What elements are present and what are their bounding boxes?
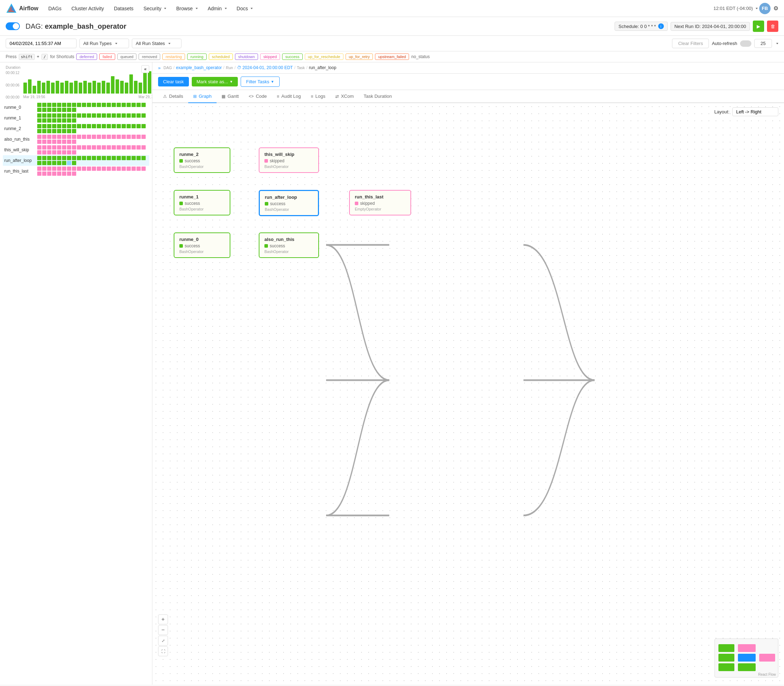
task-square-run_after_loop-9[interactable]: [82, 156, 86, 160]
task-square-runme_0-3[interactable]: [52, 103, 56, 107]
task-square-runme_2-8[interactable]: [77, 124, 81, 128]
chart-bar-6[interactable]: [51, 83, 55, 94]
task-square-this_will_skip-3[interactable]: [52, 145, 56, 150]
task-square-runme_2-14[interactable]: [107, 124, 111, 128]
task-square-run_after_loop-10[interactable]: [87, 156, 91, 160]
task-square-run_after_loop-3[interactable]: [52, 156, 56, 160]
task-square-runme_0-13[interactable]: [102, 103, 106, 107]
task-square-run_this_last-2[interactable]: [47, 167, 51, 171]
dag-node-runme-2[interactable]: runme_2 success BashOperator: [174, 147, 230, 173]
task-square-this_will_skip-28[interactable]: [67, 150, 71, 155]
task-square-run_this_last-20[interactable]: [136, 167, 141, 171]
task-square-this_will_skip-2[interactable]: [47, 145, 51, 150]
task-square-run_after_loop-11[interactable]: [92, 156, 96, 160]
nav-time[interactable]: 12:01 EDT (-04:00): [714, 6, 758, 11]
chart-bar-14[interactable]: [88, 83, 91, 94]
task-square-runme_2-23[interactable]: [42, 129, 46, 133]
task-square-run_this_last-25[interactable]: [52, 172, 56, 176]
task-square-runme_0-18[interactable]: [127, 103, 131, 107]
clear-filters-button[interactable]: Clear Filters: [672, 39, 709, 48]
chart-bar-18[interactable]: [106, 83, 110, 94]
task-square-also_run_this-5[interactable]: [62, 135, 66, 139]
run-types-select[interactable]: All Run Types: [79, 39, 129, 48]
chart-bar-16[interactable]: [97, 83, 101, 94]
tab-details[interactable]: ⚠ Details: [158, 90, 188, 103]
task-square-runme_0-24[interactable]: [47, 108, 51, 112]
task-square-run_this_last-3[interactable]: [52, 167, 56, 171]
task-square-run_after_loop-22[interactable]: [37, 161, 41, 165]
task-square-runme_2-5[interactable]: [62, 124, 66, 128]
task-square-run_this_last-12[interactable]: [97, 167, 101, 171]
task-square-runme_0-28[interactable]: [67, 108, 71, 112]
task-square-also_run_this-28[interactable]: [67, 140, 71, 144]
task-square-run_after_loop-13[interactable]: [102, 156, 106, 160]
task-square-runme_1-12[interactable]: [97, 113, 101, 118]
task-square-also_run_this-11[interactable]: [92, 135, 96, 139]
task-square-run_this_last-7[interactable]: [72, 167, 76, 171]
task-square-run_after_loop-20[interactable]: [136, 156, 141, 160]
task-square-runme_0-12[interactable]: [97, 103, 101, 107]
task-square-run_after_loop-16[interactable]: [117, 156, 121, 160]
task-square-run_this_last-5[interactable]: [62, 167, 66, 171]
task-square-run_this_last-14[interactable]: [107, 167, 111, 171]
task-square-runme_2-21[interactable]: [141, 124, 146, 128]
schedule-info-icon[interactable]: i: [658, 23, 664, 29]
task-square-runme_2-18[interactable]: [127, 124, 131, 128]
task-square-also_run_this-6[interactable]: [67, 135, 71, 139]
task-square-runme_1-21[interactable]: [141, 113, 146, 118]
settings-icon[interactable]: ⚙: [773, 5, 778, 12]
task-square-runme_0-0[interactable]: [37, 103, 41, 107]
task-square-runme_2-29[interactable]: [72, 129, 76, 133]
task-square-runme_0-10[interactable]: [87, 103, 91, 107]
task-square-run_after_loop-19[interactable]: [131, 156, 136, 160]
task-row-run_this_last[interactable]: run_this_last: [3, 166, 149, 176]
state-badge-scheduled[interactable]: scheduled: [209, 54, 233, 60]
task-square-run_this_last-27[interactable]: [62, 172, 66, 176]
logo[interactable]: Airflow: [6, 3, 38, 14]
dag-node-run-this-last[interactable]: run_this_last skipped EmptyOperator: [349, 190, 411, 216]
task-square-runme_1-18[interactable]: [127, 113, 131, 118]
refresh-num-dropdown[interactable]: [776, 43, 778, 44]
task-square-runme_2-3[interactable]: [52, 124, 56, 128]
chart-bar-23[interactable]: [129, 74, 133, 93]
task-square-runme_0-4[interactable]: [57, 103, 61, 107]
task-square-run_this_last-9[interactable]: [82, 167, 86, 171]
nav-browse[interactable]: Browse: [172, 4, 202, 13]
task-square-this_will_skip-10[interactable]: [87, 145, 91, 150]
task-square-runme_0-8[interactable]: [77, 103, 81, 107]
task-square-also_run_this-3[interactable]: [52, 135, 56, 139]
task-square-runme_0-19[interactable]: [131, 103, 136, 107]
tab-xcom[interactable]: ⇄ XCom: [330, 90, 359, 103]
task-square-runme_0-6[interactable]: [67, 103, 71, 107]
task-square-runme_2-17[interactable]: [122, 124, 126, 128]
task-square-this_will_skip-8[interactable]: [77, 145, 81, 150]
nav-admin[interactable]: Admin: [203, 4, 231, 13]
task-square-runme_0-14[interactable]: [107, 103, 111, 107]
collapse-left-panel-button[interactable]: «: [141, 65, 149, 73]
task-square-runme_1-7[interactable]: [72, 113, 76, 118]
task-square-runme_1-24[interactable]: [47, 118, 51, 122]
tab-task-duration[interactable]: Task Duration: [359, 90, 397, 103]
task-square-runme_0-29[interactable]: [72, 108, 76, 112]
task-square-run_after_loop-5[interactable]: [62, 156, 66, 160]
task-square-runme_1-14[interactable]: [107, 113, 111, 118]
task-square-runme_2-25[interactable]: [52, 129, 56, 133]
chart-bar-24[interactable]: [134, 81, 137, 93]
graph-area[interactable]: Layout: Left -> Right Top -> Bottom: [152, 103, 784, 684]
task-square-runme_2-16[interactable]: [117, 124, 121, 128]
task-square-runme_1-9[interactable]: [82, 113, 86, 118]
task-square-also_run_this-24[interactable]: [47, 140, 51, 144]
task-square-runme_2-15[interactable]: [112, 124, 116, 128]
task-square-this_will_skip-16[interactable]: [117, 145, 121, 150]
task-square-runme_1-26[interactable]: [57, 118, 61, 122]
task-row-this_will_skip[interactable]: this_will_skip: [3, 145, 149, 155]
task-square-run_this_last-26[interactable]: [57, 172, 61, 176]
task-square-also_run_this-10[interactable]: [87, 135, 91, 139]
task-square-runme_2-11[interactable]: [92, 124, 96, 128]
state-badge-upstream-failed[interactable]: upstream_failed: [375, 54, 409, 60]
task-square-also_run_this-4[interactable]: [57, 135, 61, 139]
task-square-also_run_this-14[interactable]: [107, 135, 111, 139]
task-square-run_after_loop-8[interactable]: [77, 156, 81, 160]
task-square-runme_0-7[interactable]: [72, 103, 76, 107]
task-square-also_run_this-13[interactable]: [102, 135, 106, 139]
